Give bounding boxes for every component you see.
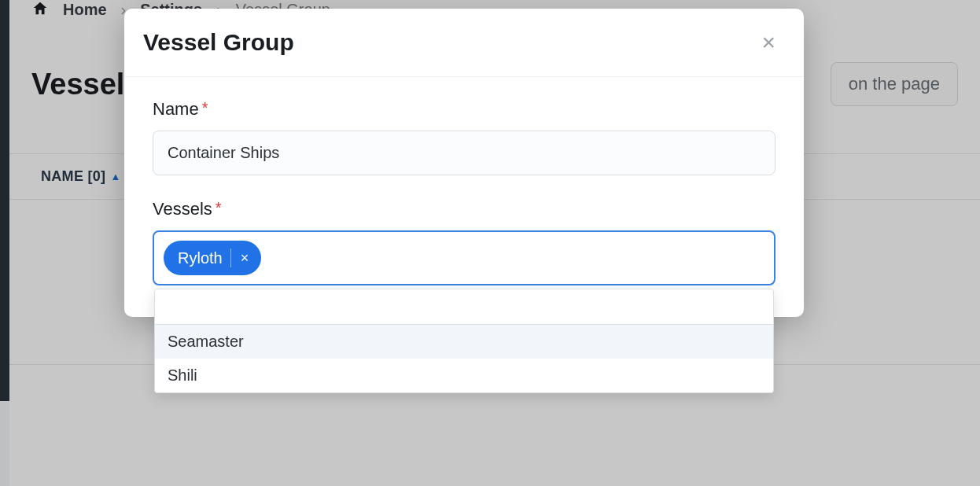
modal-title: Vessel Group: [143, 29, 294, 56]
dropdown-search-area[interactable]: [155, 289, 773, 325]
required-mark: *: [202, 99, 208, 116]
dropdown-option[interactable]: Shili: [155, 359, 773, 392]
dropdown-option[interactable]: Seamaster: [155, 325, 773, 359]
vessel-group-modal: Vessel Group × Name* Vessels* Ryloth ×: [124, 9, 804, 317]
vessel-chip: Ryloth ×: [164, 241, 261, 275]
name-input[interactable]: [153, 131, 776, 175]
modal-body: Name* Vessels* Ryloth × Seamaster Shili: [124, 77, 804, 317]
close-icon[interactable]: ×: [755, 28, 782, 57]
chip-label: Ryloth: [178, 249, 223, 267]
required-mark: *: [216, 199, 222, 216]
chip-remove-icon[interactable]: ×: [239, 251, 251, 265]
chip-divider: [230, 249, 231, 267]
vessels-dropdown: Seamaster Shili: [154, 289, 774, 393]
field-vessels: Vessels* Ryloth × Seamaster Shili: [153, 199, 776, 285]
name-label-text: Name: [153, 99, 199, 119]
name-label: Name*: [153, 99, 776, 120]
vessels-multiselect[interactable]: Ryloth × Seamaster Shili: [153, 230, 776, 285]
vessels-search-input[interactable]: [267, 249, 764, 267]
modal-header: Vessel Group ×: [124, 9, 804, 77]
vessels-label-text: Vessels: [153, 199, 212, 219]
field-name: Name*: [153, 99, 776, 175]
vessels-label: Vessels*: [153, 199, 776, 219]
